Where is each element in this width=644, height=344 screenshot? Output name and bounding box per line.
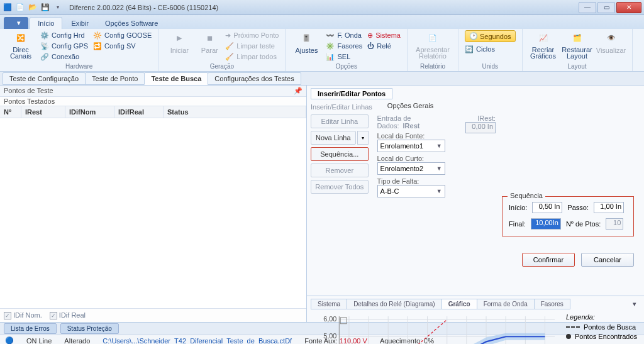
group-hardware-label: Hardware: [6, 63, 152, 71]
subtab-busca[interactable]: Teste de Busca: [144, 72, 208, 85]
bottom-tab-protecao[interactable]: Status Proteção: [60, 323, 119, 334]
passo-label: Passo:: [567, 204, 589, 211]
file-tab[interactable]: ▾: [4, 17, 28, 29]
inicio-input[interactable]: 0,50 In: [532, 202, 562, 213]
sv-icon: 🔁: [93, 42, 102, 50]
ciclos-button[interactable]: 🔄Ciclos: [465, 44, 516, 54]
idifreal-checkbox: ✓IDif Real: [50, 311, 86, 319]
chart-svg: 1000,0m2,003,004,005,006,001000,0m2,003,…: [311, 312, 558, 344]
gps-icon: 📡: [40, 42, 49, 50]
config-hrd-button[interactable]: ⚙️Config Hrd: [40, 30, 88, 40]
chevron-down-icon: ▼: [436, 165, 442, 172]
sistema-button[interactable]: ⊕Sistema: [367, 30, 401, 40]
chart-tab-sistema[interactable]: Sistema: [311, 299, 347, 309]
report-icon: 📄: [425, 30, 440, 45]
chart-tab-fasores[interactable]: Fasores: [534, 299, 570, 309]
tab-inicio[interactable]: Início: [30, 17, 62, 29]
rele-button[interactable]: ⏻Relé: [367, 41, 401, 51]
new-icon[interactable]: 📄: [15, 3, 25, 13]
chart-area[interactable]: 1000,0m2,003,004,005,006,001000,0m2,003,…: [307, 309, 562, 344]
visualizar-button[interactable]: 👁️Visualizar: [597, 30, 626, 54]
fonda-button[interactable]: 〰️F. Onda: [326, 30, 362, 40]
sequencia-groupbox: Sequência Início: 0,50 In Passo: 1,00 In…: [502, 196, 634, 236]
minimize-button[interactable]: —: [579, 2, 596, 13]
tab-inserir-pontos[interactable]: Inserir/Editar Pontos: [311, 88, 392, 99]
subtab-ponto[interactable]: Teste de Ponto: [85, 72, 145, 85]
fasores-button[interactable]: ✳️Fasores: [326, 41, 362, 51]
sel-button[interactable]: 📊SEL: [326, 52, 362, 62]
conexao-button[interactable]: 🔗Conexão: [40, 52, 88, 62]
col-idifreal[interactable]: IDifReal: [114, 106, 164, 118]
sequencia-button[interactable]: Sequência...: [311, 147, 369, 161]
subtab-configuracao[interactable]: Teste de Configuração: [3, 72, 86, 85]
cycle-icon: 🔄: [465, 45, 474, 53]
qat-dropdown-icon[interactable]: ▾: [53, 3, 63, 13]
opcoes-gerais-label: Opções Gerais: [387, 102, 640, 109]
subtab-config-testes[interactable]: Configurações dos Testes: [208, 72, 301, 85]
gear-icon: ⚙️: [40, 31, 49, 40]
group-opcoes-label: Opções: [292, 63, 401, 71]
nptos-label: Nº de Ptos:: [566, 220, 601, 228]
chart-tab-onda[interactable]: Forma de Onda: [477, 299, 535, 309]
pin-icon[interactable]: 📌: [294, 87, 303, 95]
recriar-graficos-button[interactable]: 📈Recriar Gráficos: [529, 30, 558, 59]
status-online-icon: 🔵: [5, 336, 14, 344]
chart-refresh-icon: 📈: [536, 30, 551, 45]
left-pane-title: Pontos de Teste: [4, 87, 53, 95]
system-icon: ⊕: [367, 31, 373, 40]
chart-tab-grafico[interactable]: Gráfico: [441, 299, 477, 309]
chart-tab-detalhes[interactable]: Detalhes do Relé (Diagrama): [347, 299, 442, 309]
svg-text:6,00: 6,00: [323, 315, 336, 323]
maximize-button[interactable]: ▭: [597, 2, 615, 13]
chevron-down-icon: ▼: [436, 188, 442, 194]
next-icon: ➜: [225, 31, 231, 40]
col-irest[interactable]: IRest: [21, 106, 65, 118]
config-sv-button[interactable]: 🔁Config SV: [93, 41, 152, 51]
status-file-link[interactable]: C:\Users\...\Schneider_T42_Diferencial_T…: [103, 337, 292, 345]
bottom-tab-erros[interactable]: Lista de Erros: [4, 323, 57, 334]
proximo-ponto-button: ➜Próximo Ponto: [225, 30, 279, 40]
group-geracao-label: Geração: [165, 63, 279, 71]
broom-all-icon: 🧹: [225, 53, 234, 61]
remover-todos-button: Remover Todos: [311, 180, 369, 194]
nova-linha-button[interactable]: Nova Linha: [311, 131, 356, 145]
iniciar-button[interactable]: ▶Iniciar: [165, 30, 194, 54]
chart-tabs-more-icon[interactable]: ▾: [629, 299, 640, 309]
open-icon[interactable]: 📂: [28, 3, 38, 13]
eye-icon: 👁️: [604, 30, 619, 45]
cancelar-button[interactable]: Cancelar: [581, 253, 634, 267]
passo-input[interactable]: 1,00 In: [594, 202, 624, 213]
ajustes-button[interactable]: 🎚️Ajustes: [292, 30, 321, 54]
config-goose-button[interactable]: 🔆Config GOOSE: [93, 30, 152, 40]
save-icon[interactable]: 💾: [40, 3, 50, 13]
wave-icon: 〰️: [326, 31, 335, 40]
direc-canais-button[interactable]: 🔀Direc Canais: [6, 30, 35, 59]
col-idifnom[interactable]: IDifNom: [65, 106, 114, 118]
status-online: ON Line: [26, 337, 52, 345]
restaurar-layout-button[interactable]: 🗂️Restaurar Layout: [563, 30, 592, 59]
nova-linha-dropdown[interactable]: ▾: [357, 131, 369, 145]
limpar-todos-button: 🧹Limpar todos: [225, 52, 279, 62]
close-button[interactable]: ✕: [616, 2, 641, 13]
link-icon: 🔗: [40, 53, 49, 61]
segundos-button[interactable]: 🕑Segundos: [465, 30, 516, 42]
local-fonte-select[interactable]: Enrolamento1▼: [377, 140, 445, 152]
confirmar-button[interactable]: Confirmar: [522, 253, 575, 267]
col-n[interactable]: Nº: [0, 106, 21, 118]
tab-exibir[interactable]: Exibir: [64, 18, 96, 29]
local-curto-select[interactable]: Enrolamento2▼: [377, 162, 445, 175]
grid-body: [0, 118, 306, 308]
tipo-falta-select[interactable]: A-B-C▼: [377, 185, 445, 197]
layout-icon: 🗂️: [570, 30, 585, 45]
editar-linha-button: Editar Linha: [311, 114, 369, 128]
status-alterado: Alterado: [64, 337, 90, 345]
final-label: Final:: [509, 220, 526, 228]
config-gps-button[interactable]: 📡Config GPS: [40, 41, 88, 51]
grid-header: Nº IRest IDifNom IDifReal Status: [0, 106, 306, 118]
direc-canais-label: Direc Canais: [6, 47, 35, 59]
col-status[interactable]: Status: [164, 106, 306, 118]
phasor-icon: ✳️: [326, 42, 335, 50]
broom-icon: 🧹: [225, 42, 234, 50]
final-input[interactable]: 10,00In: [531, 218, 561, 230]
tab-opcoes-software[interactable]: Opções Software: [97, 18, 165, 29]
